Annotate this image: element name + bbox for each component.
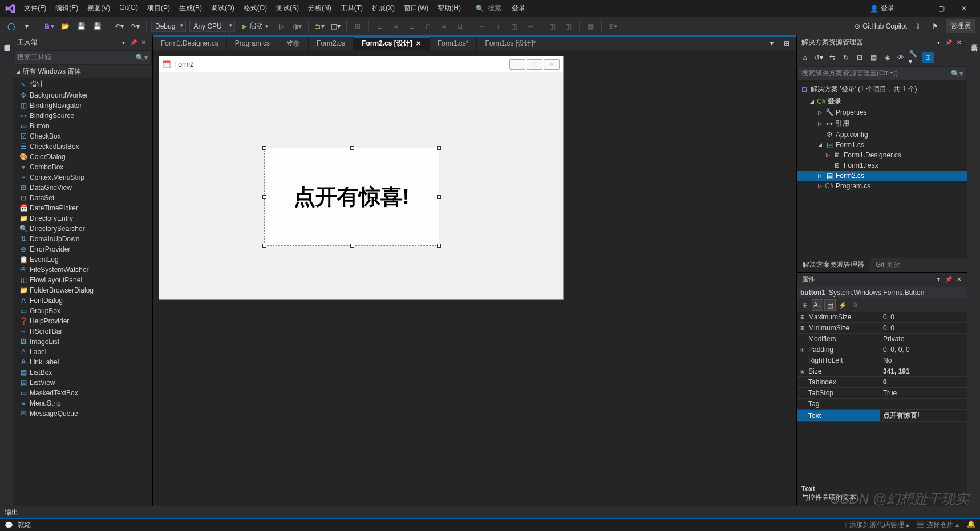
toolbox-item[interactable]: 👁FileSystemWatcher (13, 265, 152, 275)
back-icon[interactable]: ↺▾ (813, 52, 824, 63)
toolbox-item[interactable]: 🔍DirectorySearcher (13, 224, 152, 234)
property-row[interactable]: Tag (797, 399, 967, 410)
bring-front-button[interactable]: ▦ (584, 20, 597, 33)
minimize-button[interactable]: ─ (907, 1, 930, 17)
close-button[interactable]: ✕ (953, 1, 975, 17)
toolbox-item[interactable]: ▭Button (13, 121, 152, 131)
toolbox-item[interactable]: ≡MenuStrip (13, 398, 152, 408)
diagnostics-tab[interactable]: 诊断工具 (967, 35, 980, 506)
solution-node[interactable]: ⊡解决方案 '登录' (1 个项目，共 1 个) (797, 83, 967, 95)
file-node[interactable]: ⚙App.config (797, 129, 967, 140)
open-button[interactable]: 📂 (59, 20, 71, 33)
align-center-button[interactable]: ≡ (390, 20, 402, 33)
toolbox-item[interactable]: ⊶BindingSource (13, 111, 152, 121)
resize-handle[interactable] (350, 244, 354, 248)
toolbox-item[interactable]: ⊞DataGridView (13, 183, 152, 193)
expand-icon[interactable]: ▷ (816, 121, 823, 127)
file-node[interactable]: 🗎Form1.resx (797, 160, 967, 171)
toolbox-item[interactable]: ↔HScrollBar (13, 326, 152, 337)
file-node[interactable]: ◢▤Form1.cs (797, 140, 967, 150)
editor-tab[interactable]: Form1.Designer.cs (153, 37, 227, 50)
menu-item[interactable]: 视图(V) (84, 1, 114, 15)
redo-button[interactable]: ↷▾ (129, 20, 141, 33)
menu-item[interactable]: 编辑(E) (52, 1, 82, 15)
menu-item[interactable]: 分析(N) (305, 1, 335, 15)
start-nodebug-button[interactable]: ▷ (275, 20, 287, 33)
menu-item[interactable]: 窗口(W) (400, 1, 432, 15)
share-button[interactable]: ⇪ (912, 20, 924, 33)
project-node[interactable]: ◢C#登录 (797, 95, 967, 107)
editor-tab[interactable]: Form1.cs* (430, 37, 477, 50)
toolbox-item[interactable]: 🖼ImageList (13, 337, 152, 347)
toolbox-item[interactable]: ▾ComboBox (13, 162, 152, 172)
toolbox-item[interactable]: ☑CheckBox (13, 131, 152, 141)
spacing-v-button[interactable]: ↕ (492, 20, 504, 33)
menu-item[interactable]: 扩展(X) (368, 1, 398, 15)
property-value[interactable]: True (880, 388, 967, 398)
toolbox-item[interactable]: 📅DateTimePicker (13, 203, 152, 213)
solution-search[interactable]: 搜索解决方案资源管理器(Ctrl+;) 🔍▾ (798, 67, 966, 80)
toolbox-item[interactable]: ☰CheckedListBox (13, 141, 152, 152)
close-icon[interactable]: ✕ (955, 39, 963, 47)
editor-tab[interactable]: 登录 (278, 37, 309, 50)
toolbox-item[interactable]: ⊡DataSet (13, 193, 152, 203)
property-row[interactable]: TabIndex0 (797, 377, 967, 388)
property-row[interactable]: ⊞Padding0, 0, 0, 0 (797, 344, 967, 355)
align-middle-button[interactable]: ≡ (438, 20, 450, 33)
form-min-button[interactable]: ─ (509, 59, 525, 70)
save-all-button[interactable]: 💾 (91, 20, 103, 33)
expand-icon[interactable]: ▷ (824, 152, 831, 158)
menu-item[interactable]: 文件(F) (21, 1, 50, 15)
form-max-button[interactable]: ▢ (527, 59, 542, 70)
toolbox-item[interactable]: ▤ListView (13, 378, 152, 388)
toolbox-item[interactable]: ↖指针 (13, 78, 152, 90)
save-button[interactable]: 💾 (75, 20, 87, 33)
toolbox-item[interactable]: ⇅DomainUpDown (13, 234, 152, 244)
center-v-button[interactable]: ◫ (562, 20, 574, 33)
toolbox-item[interactable]: ALabel (13, 347, 152, 357)
start-debug-button[interactable]: ▶启动 ▾ (238, 20, 272, 32)
expand-icon[interactable]: ⊞ (800, 314, 806, 320)
tab-split-icon[interactable]: ⊞ (780, 37, 793, 50)
property-row[interactable]: Text点开有惊喜! (797, 410, 967, 422)
align-top-button[interactable]: ⊓ (422, 20, 434, 33)
toolbox-item[interactable]: ▭GroupBox (13, 306, 152, 316)
properties-node[interactable]: ▷🔧Properties (797, 107, 967, 117)
property-object-selector[interactable]: button1 System.Windows.Forms.Button (797, 287, 967, 298)
toolbox-item[interactable]: ALinkLabel (13, 357, 152, 367)
copilot-button[interactable]: ⊙GitHub Copilot (855, 22, 907, 30)
chat-icon[interactable]: 💬 (5, 521, 13, 529)
expand-icon[interactable]: ⊞ (800, 347, 806, 352)
refresh-icon[interactable]: ↻ (840, 52, 852, 63)
account-label[interactable]: 登录 (512, 3, 525, 13)
resize-handle[interactable] (262, 244, 266, 248)
maximize-button[interactable]: ▢ (930, 1, 953, 17)
menu-item[interactable]: 格式(O) (240, 1, 270, 15)
toolbox-item[interactable]: ✉MessageQueue (13, 408, 152, 419)
editor-tab[interactable]: Form2.cs [设计]✕ (354, 37, 430, 50)
expand-icon[interactable]: ▷ (816, 183, 823, 189)
home-icon[interactable]: ⌂ (799, 52, 811, 63)
login-icon[interactable]: 👤 登录 (870, 3, 894, 13)
toolbox-item[interactable]: 📁FolderBrowserDialog (13, 285, 152, 295)
file-node[interactable]: ▷C#Program.cs (797, 181, 967, 191)
property-value[interactable]: Private (880, 334, 967, 344)
align-grid-button[interactable]: ⊞ (351, 20, 364, 33)
pin-icon[interactable]: 📌 (129, 39, 137, 47)
source-control-button[interactable]: ↑ 添加到源代码管理 ▴ (844, 520, 910, 530)
toolbox-item[interactable]: ▭MaskedTextBox (13, 388, 152, 398)
resize-handle[interactable] (437, 146, 441, 150)
hot-reload-button[interactable]: ◑▾ (291, 20, 303, 33)
button-control[interactable]: 点开有惊喜! (264, 148, 439, 246)
property-value[interactable]: No (880, 355, 967, 366)
events-icon[interactable]: ⚡ (837, 299, 848, 311)
menu-item[interactable]: 工具(T) (337, 1, 366, 15)
menu-item[interactable]: 生成(B) (176, 1, 205, 15)
properties-icon[interactable]: ◈ (881, 52, 893, 63)
toolbox-item[interactable]: 🎨ColorDialog (13, 152, 152, 162)
editor-tab[interactable]: Form2.cs (309, 37, 354, 50)
pin-icon[interactable]: 📌 (945, 275, 953, 283)
form-designer[interactable]: Form2 ─ ▢ ✕ 点开有惊喜! (159, 56, 564, 300)
toolbox-item[interactable]: AFontDialog (13, 295, 152, 306)
nav-back-button[interactable]: ◯ (5, 20, 17, 33)
